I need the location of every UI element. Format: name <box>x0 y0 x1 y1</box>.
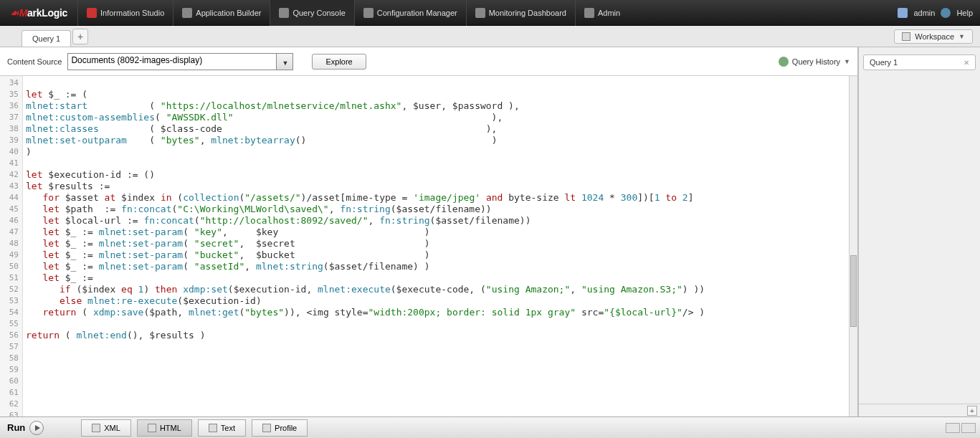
nav-information-studio[interactable]: Information Studio <box>77 0 173 26</box>
side-bottom: + <box>859 404 980 416</box>
explore-button[interactable]: Explore <box>312 54 366 70</box>
nav-application-builder[interactable]: Application Builder <box>173 0 270 26</box>
bottom-right-controls <box>946 423 976 433</box>
nav-monitoring-dashboard[interactable]: Monitoring Dashboard <box>466 0 575 26</box>
html-icon <box>148 424 156 432</box>
user-icon <box>898 8 908 18</box>
nav-right: admin Help <box>898 8 973 18</box>
play-icon <box>29 421 44 435</box>
admin-icon <box>584 8 594 18</box>
main: Content Source Documents (8092-images-di… <box>0 47 980 416</box>
nav-query-console[interactable]: Query Console <box>270 0 353 26</box>
logo: ☙MarkLogic <box>0 7 77 19</box>
nav-configuration-manager[interactable]: Configuration Manager <box>354 0 466 26</box>
tab-add-button[interactable]: + <box>72 29 88 44</box>
code-editor[interactable]: 34 35 36 37 38 39 40 41 42 43 44 45 46 4… <box>0 76 857 416</box>
fmt-tab-profile[interactable]: Profile <box>252 419 308 437</box>
fmt-tab-xml[interactable]: XML <box>81 419 131 437</box>
layout-box-1[interactable] <box>946 423 960 433</box>
chevron-down-icon: ▼ <box>958 33 965 40</box>
tab-row: Query 1 + Workspace ▼ <box>0 26 980 47</box>
side-add-button[interactable]: + <box>967 406 977 416</box>
config-mgr-icon <box>363 8 374 18</box>
chevron-down-icon: ▼ <box>282 59 289 67</box>
tab-query-1[interactable]: Query 1 <box>22 30 71 47</box>
side-tab-query-1[interactable]: Query 1 ✕ <box>863 54 976 70</box>
query-history-button[interactable]: Query History ▼ <box>779 57 850 67</box>
app-builder-icon <box>182 8 192 18</box>
workspace-icon <box>902 32 910 41</box>
side-panel: Query 1 ✕ + <box>858 47 980 416</box>
run-button[interactable]: Run <box>7 421 44 435</box>
fmt-tab-text[interactable]: Text <box>198 419 246 437</box>
query-console-icon <box>279 8 289 18</box>
bottom-bar: Run XML HTML Text Profile <box>0 416 980 438</box>
layout-box-2[interactable] <box>961 423 976 433</box>
scrollbar-thumb[interactable] <box>850 255 857 327</box>
code-content[interactable]: let $_ := ( mlnet:start ( "https://local… <box>23 76 849 416</box>
help-link[interactable]: Help <box>956 9 973 17</box>
source-bar: Content Source Documents (8092-images-di… <box>0 47 857 76</box>
help-icon <box>941 8 951 18</box>
info-studio-icon <box>87 8 97 18</box>
text-icon <box>209 424 217 432</box>
workspace-button[interactable]: Workspace ▼ <box>894 29 973 44</box>
user-name[interactable]: admin <box>913 9 935 17</box>
content-source-select[interactable]: Documents (8092-images-display) ▼ <box>67 53 293 70</box>
nav-admin[interactable]: Admin <box>575 0 629 26</box>
profile-icon <box>262 424 271 432</box>
close-icon[interactable]: ✕ <box>964 59 969 67</box>
content-source-label: Content Source <box>7 57 62 66</box>
scrollbar-vertical[interactable] <box>849 76 857 416</box>
history-icon <box>779 57 789 67</box>
xml-icon <box>92 424 100 432</box>
editor-wrap: Content Source Documents (8092-images-di… <box>0 47 858 416</box>
dashboard-icon <box>475 8 485 18</box>
top-nav: ☙MarkLogic Information Studio Applicatio… <box>0 0 980 26</box>
line-gutter: 34 35 36 37 38 39 40 41 42 43 44 45 46 4… <box>0 76 23 416</box>
fmt-tab-html[interactable]: HTML <box>137 419 192 437</box>
